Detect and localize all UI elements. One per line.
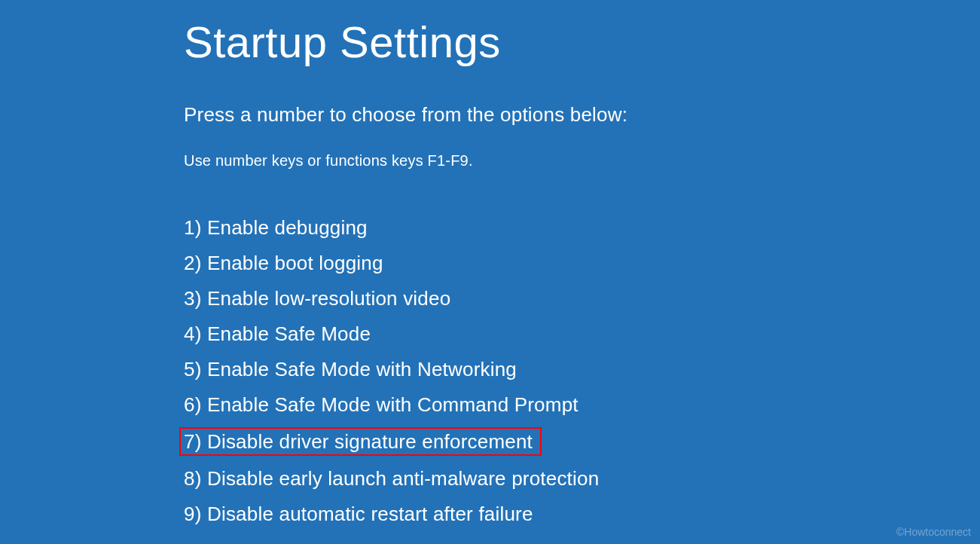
option-6[interactable]: 6) Enable Safe Mode with Command Prompt <box>184 395 579 414</box>
options-list: 1) Enable debugging2) Enable boot loggin… <box>184 218 980 539</box>
option-9[interactable]: 9) Disable automatic restart after failu… <box>184 504 533 524</box>
option-1[interactable]: 1) Enable debugging <box>184 218 368 237</box>
watermark: ©Howtoconnect <box>896 526 971 538</box>
option-5[interactable]: 5) Enable Safe Mode with Networking <box>184 359 517 379</box>
hint-text: Use number keys or functions keys F1-F9. <box>184 152 980 170</box>
option-7[interactable]: 7) Disable driver signature enforcement <box>179 427 542 456</box>
option-8[interactable]: 8) Disable early launch anti-malware pro… <box>184 469 599 488</box>
option-2[interactable]: 2) Enable boot logging <box>184 253 383 273</box>
option-3[interactable]: 3) Enable low-resolution video <box>184 289 450 308</box>
page-title: Startup Settings <box>184 17 980 67</box>
startup-settings-screen: Startup Settings Press a number to choos… <box>0 0 980 539</box>
option-4[interactable]: 4) Enable Safe Mode <box>184 324 371 344</box>
instruction-text: Press a number to choose from the option… <box>184 103 980 127</box>
